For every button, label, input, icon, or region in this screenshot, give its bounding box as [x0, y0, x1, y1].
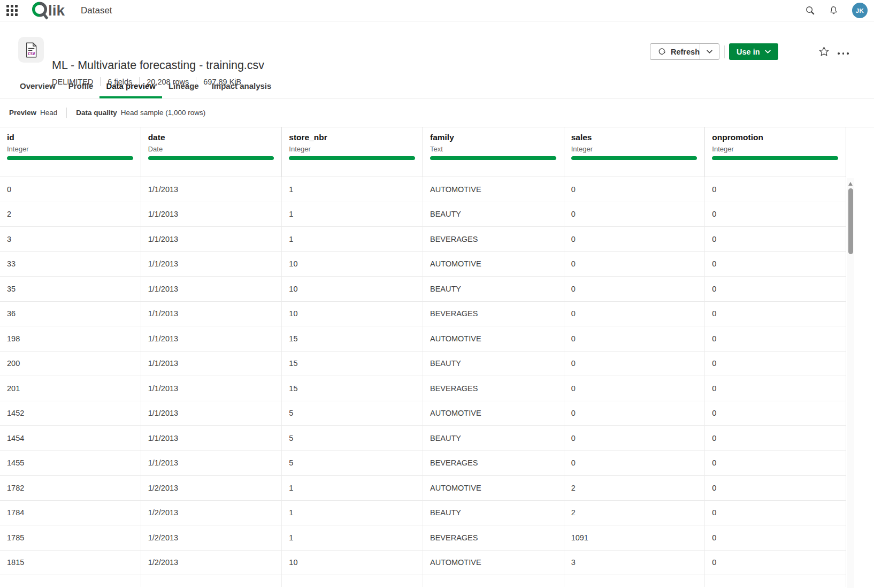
data-quality-bar [430, 156, 556, 160]
tab-bar: OverviewProfileData previewLineageImpact… [0, 75, 874, 98]
search-icon[interactable] [805, 5, 815, 16]
table-row: 351/1/201310BEAUTY00 [0, 277, 846, 302]
preview-mode-value[interactable]: Head [40, 109, 57, 117]
table-cell: 0 [564, 326, 706, 351]
table-cell: 0 [705, 177, 846, 202]
table-cell: 0 [705, 352, 846, 376]
data-quality-sample-value[interactable]: Head sample (1,000 rows) [121, 109, 205, 117]
table-cell: 0 [564, 376, 706, 401]
tab-overview[interactable]: Overview [13, 75, 62, 98]
table-cell: 33 [0, 252, 141, 277]
tab-data-preview[interactable]: Data preview [99, 75, 162, 98]
table-cell: 198 [0, 326, 141, 351]
table-cell: 3 [0, 227, 141, 251]
qlik-logo[interactable]: lik [30, 0, 71, 21]
column-name: onpromotion [712, 133, 838, 142]
column-type: Integer [571, 145, 697, 153]
refresh-button[interactable]: Refresh [650, 44, 700, 59]
data-quality-bar [571, 156, 697, 160]
table-cell: 0 [705, 476, 846, 500]
table-cell: 0 [705, 202, 846, 227]
table-cell: BEAUTY [423, 277, 564, 301]
table-cell: 201 [0, 376, 141, 401]
vertical-scrollbar[interactable] [847, 178, 854, 588]
refresh-dropdown-button[interactable] [700, 44, 719, 59]
table-cell: 0 [564, 227, 706, 251]
scroll-up-arrow-icon[interactable] [848, 182, 853, 186]
app-launcher-icon[interactable] [6, 5, 18, 16]
table-cell: 1/1/2013 [141, 252, 282, 277]
table-cell: 1/1/2013 [141, 277, 282, 301]
top-bar: lik Dataset JK [0, 0, 874, 21]
more-options-icon[interactable] [837, 49, 850, 58]
table-cell: 0 [564, 426, 706, 450]
table-cell: 1/1/2013 [141, 227, 282, 251]
refresh-icon [657, 47, 666, 56]
data-preview-table: idIntegerdateDatestore_nbrIntegerfamilyT… [0, 127, 874, 587]
table-row: 2011/1/201315BEVERAGES00 [0, 376, 846, 401]
table-cell: 0 [705, 376, 846, 401]
column-name: date [148, 133, 274, 142]
table-cell: 1091 [564, 525, 706, 550]
table-cell: 5 [282, 426, 423, 450]
table-cell: 1 [282, 202, 423, 227]
table-cell [564, 575, 706, 587]
data-quality-bar [7, 156, 133, 160]
table-cell: AUTOMOTIVE [423, 551, 564, 575]
data-quality-bar [712, 156, 838, 160]
tab-lineage[interactable]: Lineage [162, 75, 205, 98]
table-cell: 36 [0, 302, 141, 326]
table-row: 17821/2/20131AUTOMOTIVE20 [0, 476, 846, 501]
table-cell: 1782 [0, 476, 141, 500]
table-cell: AUTOMOTIVE [423, 252, 564, 277]
refresh-split-button: Refresh [650, 43, 719, 60]
table-cell: 0 [705, 501, 846, 525]
table-cell: BEAUTY [423, 352, 564, 376]
table-row: 01/1/20131AUTOMOTIVE00 [0, 177, 846, 202]
table-cell: BEVERAGES [423, 227, 564, 251]
table-cell: BEAUTY [423, 202, 564, 227]
data-quality-label: Data quality [76, 109, 117, 117]
table-row: 331/1/201310AUTOMOTIVE00 [0, 252, 846, 277]
use-in-button[interactable]: Use in [729, 43, 778, 60]
tab-profile[interactable]: Profile [62, 75, 100, 98]
csv-icon-label: CSV [27, 51, 35, 56]
table-cell: 1/1/2013 [141, 426, 282, 450]
product-area-label: Dataset [81, 5, 112, 16]
actions-divider [724, 45, 725, 58]
table-cell: 0 [705, 326, 846, 351]
table-cell: 1455 [0, 451, 141, 476]
column-type: Date [148, 145, 274, 153]
dataset-header: CSV ML - Multivariate forecasting - trai… [0, 21, 874, 75]
scrollbar-thumb[interactable] [848, 188, 853, 254]
table-cell: 0 [564, 401, 706, 426]
table-cell: 15 [282, 352, 423, 376]
column-name: store_nbr [289, 133, 415, 142]
table-row: 14521/1/20135AUTOMOTIVE00 [0, 401, 846, 426]
column-type: Integer [289, 145, 415, 153]
table-row: 21/1/20131BEAUTY00 [0, 202, 846, 227]
table-cell: 1 [282, 177, 423, 202]
column-name: family [430, 133, 556, 142]
table-row: 2001/1/201315BEAUTY00 [0, 352, 846, 377]
table-cell: 1/2/2013 [141, 551, 282, 575]
preview-label: Preview [9, 109, 36, 117]
user-avatar[interactable]: JK [852, 3, 868, 18]
table-cell: 1784 [0, 501, 141, 525]
table-cell: 1 [282, 501, 423, 525]
table-cell: BEAUTY [423, 426, 564, 450]
column-header-family: familyText [423, 127, 564, 177]
table-cell: 1/1/2013 [141, 451, 282, 476]
table-cell: 0 [564, 177, 706, 202]
table-cell: 0 [705, 525, 846, 550]
table-cell: 2 [564, 501, 706, 525]
notifications-bell-icon[interactable] [829, 5, 839, 16]
table-cell: 1452 [0, 401, 141, 426]
table-cell: AUTOMOTIVE [423, 401, 564, 426]
table-cell: BEVERAGES [423, 376, 564, 401]
tab-impact-analysis[interactable]: Impact analysis [205, 75, 278, 98]
table-cell: 0 [705, 426, 846, 450]
table-cell: 1815 [0, 551, 141, 575]
favorite-star-icon[interactable] [818, 46, 830, 57]
table-cell: 1 [282, 227, 423, 251]
